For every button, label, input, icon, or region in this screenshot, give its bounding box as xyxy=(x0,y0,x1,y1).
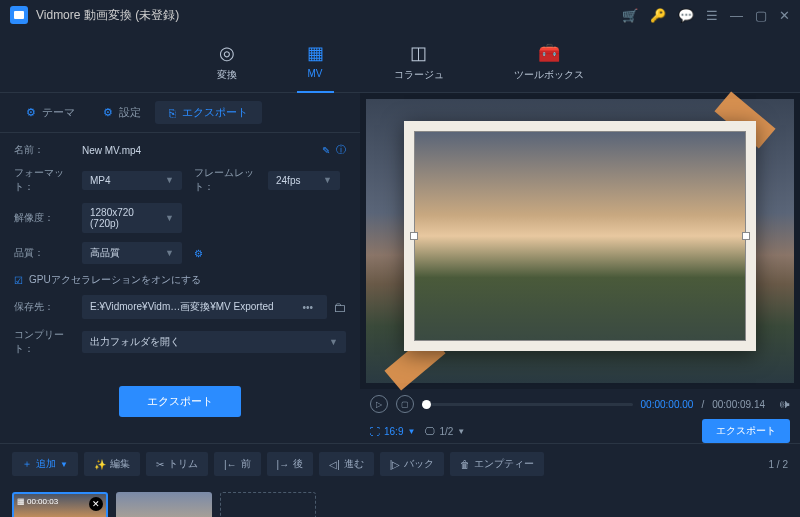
cart-icon[interactable]: 🛒 xyxy=(622,8,638,23)
chevron-down-icon: ▼ xyxy=(165,248,174,258)
trim-button[interactable]: ✂ トリム xyxy=(146,452,208,476)
format-label: フォーマット： xyxy=(14,166,82,194)
empty-button[interactable]: 🗑 エンプティー xyxy=(450,452,544,476)
back-button[interactable]: |▷ バック xyxy=(380,452,445,476)
subtab-settings[interactable]: ⚙設定 xyxy=(89,101,155,124)
tab-collage[interactable]: ◫ コラージュ xyxy=(384,38,454,92)
clip-thumbnail[interactable]: ▦ 00:00:03 ✕ ▷ 🔇 ✨ ✂ xyxy=(12,492,108,517)
forward-button[interactable]: ◁| 進む xyxy=(319,452,374,476)
convert-icon: ◎ xyxy=(219,42,235,64)
chevron-down-icon: ▼ xyxy=(329,337,338,347)
chevron-down-icon: ▼ xyxy=(323,175,332,185)
framerate-label: フレームレット： xyxy=(194,166,268,194)
preview-area[interactable] xyxy=(366,99,794,383)
export-icon: ⎘ xyxy=(169,107,176,119)
preview-export-button[interactable]: エクスポート xyxy=(702,419,790,443)
chat-icon[interactable]: 💬 xyxy=(678,8,694,23)
browse-icon[interactable]: ••• xyxy=(296,302,319,313)
toolbox-icon: 🧰 xyxy=(538,42,560,64)
chevron-down-icon: ▼ xyxy=(165,175,174,185)
saveto-label: 保存先： xyxy=(14,300,82,314)
key-icon[interactable]: 🔑 xyxy=(650,8,666,23)
subtab-theme[interactable]: ⚙テーマ xyxy=(12,101,89,124)
resize-handle-w[interactable] xyxy=(410,232,418,240)
plus-icon: ＋ xyxy=(257,507,279,517)
gpu-checkbox[interactable]: ☑ xyxy=(14,275,23,286)
current-time: 00:00:00.00 xyxy=(641,399,694,410)
collage-icon: ◫ xyxy=(410,42,427,64)
export-button[interactable]: エクスポート xyxy=(119,386,241,417)
info-icon[interactable]: ⓘ xyxy=(336,143,346,157)
quality-label: 品質： xyxy=(14,246,82,260)
clip-thumbnail[interactable] xyxy=(116,492,212,517)
edit-name-icon[interactable]: ✎ xyxy=(322,145,330,156)
maximize-icon[interactable]: ▢ xyxy=(755,8,767,23)
app-logo xyxy=(10,6,28,24)
aspect-select[interactable]: ⛶16:9▼ xyxy=(370,426,415,437)
crop-icon: ⛶ xyxy=(370,426,380,437)
tab-convert[interactable]: ◎ 変換 xyxy=(207,38,247,92)
total-time: 00:00:09.14 xyxy=(712,399,765,410)
quality-settings-icon[interactable]: ⚙ xyxy=(194,248,203,259)
format-select[interactable]: MP4▼ xyxy=(82,171,182,190)
resize-handle-e[interactable] xyxy=(742,232,750,240)
page-select[interactable]: 🖵1/2▼ xyxy=(425,426,465,437)
tab-toolbox[interactable]: 🧰 ツールボックス xyxy=(504,38,594,92)
saveto-path[interactable]: E:¥Vidmore¥Vidm…画変換¥MV Exported••• xyxy=(82,295,327,319)
add-button[interactable]: ＋ 追加 ▼ xyxy=(12,452,78,476)
gpu-label: GPUアクセラレーションをオンにする xyxy=(29,273,201,287)
quality-select[interactable]: 高品質▼ xyxy=(82,242,182,264)
subtab-export[interactable]: ⎘エクスポート xyxy=(155,101,262,124)
edit-button[interactable]: ✨ 編集 xyxy=(84,452,140,476)
volume-icon[interactable]: 🕪 xyxy=(779,398,790,410)
play-button[interactable]: ▷ xyxy=(370,395,388,413)
chevron-down-icon: ▼ xyxy=(165,213,174,223)
after-button[interactable]: |→ 後 xyxy=(267,452,314,476)
app-title: Vidmore 動画変換 (未登録) xyxy=(36,7,179,24)
name-label: 名前： xyxy=(14,143,82,157)
name-value: New MV.mp4 xyxy=(82,145,316,156)
resolution-label: 解像度： xyxy=(14,211,82,225)
display-icon: 🖵 xyxy=(425,426,435,437)
photo-frame[interactable] xyxy=(404,121,756,351)
before-button[interactable]: |← 前 xyxy=(214,452,261,476)
mv-icon: ▦ xyxy=(307,42,324,64)
menu-icon[interactable]: ☰ xyxy=(706,8,718,23)
theme-icon: ⚙ xyxy=(26,106,36,119)
remove-clip-icon[interactable]: ✕ xyxy=(89,497,103,511)
framerate-select[interactable]: 24fps▼ xyxy=(268,171,340,190)
add-clip-button[interactable]: ＋ xyxy=(220,492,316,517)
close-icon[interactable]: ✕ xyxy=(779,8,790,23)
complete-select[interactable]: 出力フォルダを開く▼ xyxy=(82,331,346,353)
clip-duration: ▦ 00:00:03 xyxy=(17,497,58,506)
page-indicator: 1 / 2 xyxy=(769,459,788,470)
timeline[interactable] xyxy=(422,403,633,406)
complete-label: コンプリート： xyxy=(14,328,82,356)
resolution-select[interactable]: 1280x720 (720p)▼ xyxy=(82,203,182,233)
playhead[interactable] xyxy=(422,400,431,409)
settings-icon: ⚙ xyxy=(103,106,113,119)
minimize-icon[interactable]: — xyxy=(730,8,743,23)
tab-mv[interactable]: ▦ MV xyxy=(297,38,334,92)
stop-button[interactable]: ▢ xyxy=(396,395,414,413)
open-folder-icon[interactable]: 🗀 xyxy=(333,300,346,315)
